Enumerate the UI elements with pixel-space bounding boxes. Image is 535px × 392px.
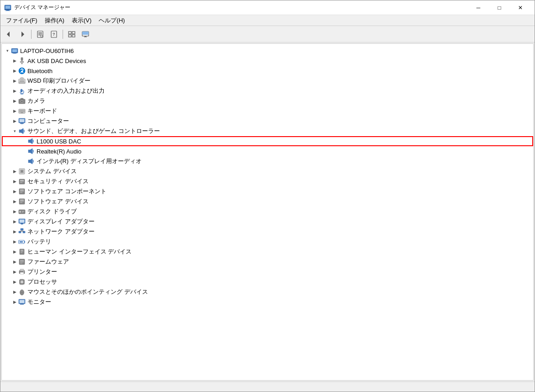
tree-item-security[interactable]: ▶ セキュリティ デバイス bbox=[2, 176, 533, 186]
camera-expand[interactable]: ▶ bbox=[11, 97, 18, 105]
processor-label: プロセッサ bbox=[27, 278, 57, 286]
firmware-expand[interactable]: ▶ bbox=[11, 258, 18, 265]
tree-item-realtek[interactable]: ▶ Realtek(R) Audio bbox=[2, 146, 533, 156]
svg-rect-29 bbox=[20, 61, 24, 63]
close-button[interactable]: ✕ bbox=[510, 0, 531, 15]
forward-button[interactable] bbox=[16, 28, 29, 41]
maximize-button[interactable]: □ bbox=[489, 0, 510, 15]
svg-rect-34 bbox=[20, 80, 24, 82]
tree-item-processor[interactable]: ▶ bbox=[2, 277, 533, 287]
svg-rect-20 bbox=[82, 32, 89, 35]
help-button[interactable]: ? bbox=[48, 28, 60, 41]
tree-item-mouse[interactable]: ▶ マウスとそのほかのポインティング デバイス bbox=[2, 287, 533, 297]
svg-rect-46 bbox=[21, 110, 22, 111]
disk-label: ディスク ドライブ bbox=[27, 207, 77, 216]
tree-item-keyboard[interactable]: ▶ キーボード bbox=[2, 106, 533, 116]
printer-expand[interactable]: ▶ bbox=[11, 268, 18, 275]
tree-item-sw-component[interactable]: ▶ ソフトウェア コンポーネント bbox=[2, 186, 533, 196]
tree-item-wsd[interactable]: ▶ WSD 印刷プロバイダー bbox=[2, 76, 533, 86]
svg-rect-68 bbox=[21, 170, 23, 172]
intel-audio-icon bbox=[27, 158, 35, 165]
svg-rect-50 bbox=[21, 111, 22, 112]
svg-point-109 bbox=[23, 271, 24, 272]
svg-rect-90 bbox=[19, 231, 21, 233]
human-label: ヒューマン インターフェイス デバイス bbox=[27, 248, 132, 256]
tree-item-firmware[interactable]: ▶ ファームウェア bbox=[2, 257, 533, 267]
system-label: システム デバイス bbox=[27, 167, 77, 175]
monitor-label: モニター bbox=[27, 298, 51, 306]
svg-rect-89 bbox=[21, 228, 23, 230]
svg-rect-119 bbox=[21, 279, 22, 280]
battery-expand[interactable]: ▶ bbox=[11, 238, 18, 245]
svg-rect-16 bbox=[72, 32, 75, 34]
sw-device-expand[interactable]: ▶ bbox=[11, 198, 18, 205]
svg-rect-9 bbox=[38, 33, 42, 34]
computer-expand[interactable]: ▶ bbox=[11, 117, 18, 125]
security-expand[interactable]: ▶ bbox=[11, 178, 18, 185]
minimize-button[interactable]: ─ bbox=[468, 0, 489, 15]
l1000-label: L1000 USB DAC bbox=[37, 138, 81, 145]
window-icon bbox=[4, 4, 11, 11]
tree-item-intel-audio[interactable]: ▶ インテル(R) ディスプレイ用オーディオ bbox=[2, 156, 533, 166]
network-expand[interactable]: ▶ bbox=[11, 228, 18, 235]
processor-expand[interactable]: ▶ bbox=[11, 278, 18, 286]
svg-rect-52 bbox=[24, 111, 25, 112]
tree-item-l1000[interactable]: ▶ L1000 USB DAC bbox=[2, 136, 533, 146]
tree-item-disk[interactable]: ▶ ディスク ドライブ bbox=[2, 207, 533, 217]
tree-view[interactable]: ▾ LAPTOP-OU60TIH6 ▶ bbox=[2, 44, 533, 380]
tree-item-monitor[interactable]: ▶ モニター bbox=[2, 297, 533, 307]
svg-rect-84 bbox=[22, 212, 23, 212]
toolbar: ? ? bbox=[0, 26, 535, 42]
disk-expand[interactable]: ▶ bbox=[11, 208, 18, 215]
tree-item-system[interactable]: ▶ システム デバイス bbox=[2, 166, 533, 176]
sw-component-expand[interactable]: ▶ bbox=[11, 188, 18, 195]
tree-item-ak-usb[interactable]: ▶ AK USB DAC Devices bbox=[2, 56, 533, 66]
tree-item-audio[interactable]: ▶ オーディオの入力および出力 bbox=[2, 86, 533, 96]
properties-button[interactable]: ? bbox=[34, 28, 47, 41]
tree-item-printer[interactable]: ▶ プリンター bbox=[2, 267, 533, 277]
processor-icon bbox=[18, 278, 26, 286]
title-bar-controls: ─ □ ✕ bbox=[468, 0, 531, 15]
svg-point-82 bbox=[19, 211, 21, 213]
human-expand[interactable]: ▶ bbox=[11, 248, 18, 255]
menu-view[interactable]: 表示(V) bbox=[68, 16, 95, 26]
tree-item-battery[interactable]: ▶ バッテリ bbox=[2, 237, 533, 247]
wsd-icon bbox=[18, 77, 26, 85]
svg-marker-5 bbox=[7, 32, 10, 37]
svg-rect-103 bbox=[20, 260, 24, 261]
menu-file[interactable]: ファイル(F) bbox=[2, 16, 41, 26]
sw-device-label: ソフトウェア デバイス bbox=[27, 197, 89, 206]
tree-item-camera[interactable]: ▶ カメラ bbox=[2, 96, 533, 106]
tree-item-sound[interactable]: ▾ サウンド、ビデオ、およびゲーム コントローラー bbox=[2, 126, 533, 136]
keyboard-expand[interactable]: ▶ bbox=[11, 107, 18, 115]
menu-help[interactable]: ヘルプ(H) bbox=[95, 16, 128, 26]
svg-marker-6 bbox=[21, 32, 24, 37]
view-button[interactable] bbox=[65, 28, 78, 41]
audio-expand[interactable]: ▶ bbox=[11, 87, 18, 95]
tree-item-computer[interactable]: ▶ コンピューター bbox=[2, 116, 533, 126]
tree-item-network[interactable]: ▶ ネットワーク アダプター bbox=[2, 227, 533, 237]
device-manager-window: デバイス マネージャー ─ □ ✕ ファイル(F) 操作(A) 表示(V) ヘル… bbox=[0, 0, 535, 392]
svg-rect-76 bbox=[20, 192, 22, 193]
display-expand[interactable]: ▶ bbox=[11, 218, 18, 225]
system-expand[interactable]: ▶ bbox=[11, 168, 18, 175]
display-button[interactable] bbox=[79, 28, 92, 41]
svg-rect-37 bbox=[21, 89, 22, 92]
svg-rect-15 bbox=[69, 32, 71, 34]
ak-usb-icon bbox=[18, 57, 26, 64]
tree-item-human[interactable]: ▶ ヒューマン インターフェイス デバイス bbox=[2, 247, 533, 257]
tree-item-bluetooth[interactable]: ▶ ⬥ Bluetooth bbox=[2, 66, 533, 76]
sound-expand[interactable]: ▾ bbox=[11, 127, 18, 135]
tree-item-display[interactable]: ▶ ディスプレイ アダプター bbox=[2, 217, 533, 227]
ak-usb-expand[interactable]: ▶ bbox=[11, 57, 18, 64]
back-button[interactable] bbox=[2, 28, 15, 41]
tree-root[interactable]: ▾ LAPTOP-OU60TIH6 bbox=[2, 46, 533, 56]
monitor-expand[interactable]: ▶ bbox=[11, 298, 18, 306]
mouse-expand[interactable]: ▶ bbox=[11, 288, 18, 296]
menu-operation[interactable]: 操作(A) bbox=[41, 16, 68, 26]
root-expand[interactable]: ▾ bbox=[4, 47, 11, 54]
bluetooth-expand[interactable]: ▶ bbox=[11, 67, 18, 74]
svg-rect-99 bbox=[21, 250, 23, 251]
tree-item-sw-device[interactable]: ▶ ソフトウェア デバイス bbox=[2, 196, 533, 207]
wsd-expand[interactable]: ▶ bbox=[11, 77, 18, 85]
